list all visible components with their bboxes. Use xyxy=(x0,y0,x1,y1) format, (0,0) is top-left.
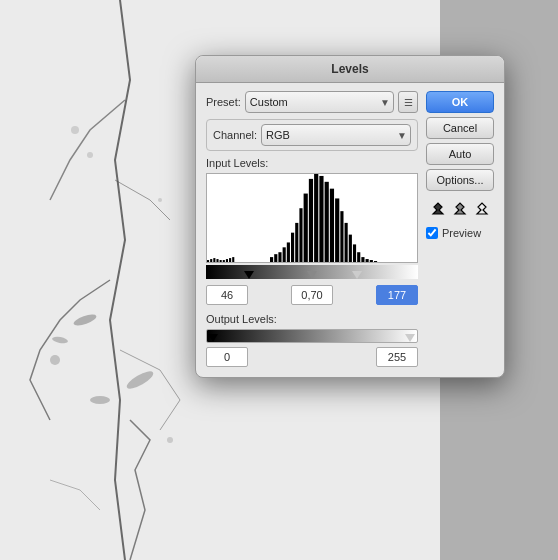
preset-select[interactable]: Custom xyxy=(245,91,394,113)
black-eyedropper-icon xyxy=(430,201,446,217)
svg-rect-43 xyxy=(370,260,373,262)
svg-point-6 xyxy=(71,126,79,134)
svg-point-7 xyxy=(87,152,93,158)
svg-rect-32 xyxy=(319,176,323,262)
input-gray-handle[interactable] xyxy=(307,271,317,279)
ok-button[interactable]: OK xyxy=(426,91,494,113)
svg-rect-29 xyxy=(304,194,308,262)
preview-label: Preview xyxy=(442,227,481,239)
input-black-value[interactable] xyxy=(206,285,248,305)
svg-rect-24 xyxy=(283,247,286,262)
histogram-container xyxy=(206,173,418,263)
white-eyedropper-icon xyxy=(474,201,490,217)
options-button[interactable]: Options... xyxy=(426,169,494,191)
svg-rect-17 xyxy=(223,260,225,262)
svg-point-8 xyxy=(158,198,162,202)
preset-options-button[interactable]: ☰ xyxy=(398,91,418,113)
svg-rect-31 xyxy=(314,174,318,262)
svg-rect-33 xyxy=(325,182,329,262)
input-levels-label: Input Levels: xyxy=(206,157,418,169)
channel-select[interactable]: RGB xyxy=(261,124,411,146)
histogram-svg xyxy=(207,174,417,262)
svg-rect-20 xyxy=(232,257,234,262)
svg-rect-37 xyxy=(345,223,348,262)
channel-select-wrapper: RGB ▼ xyxy=(261,124,411,146)
dialog-right-panel: OK Cancel Auto Options... xyxy=(426,91,494,367)
svg-rect-27 xyxy=(295,223,298,262)
preset-label: Preset: xyxy=(206,96,241,108)
channel-inner-row: Channel: RGB ▼ xyxy=(213,124,411,146)
dialog-title: Levels xyxy=(331,62,368,76)
levels-dialog: Levels Preset: Custom ▼ ☰ xyxy=(195,55,505,378)
input-mid-value[interactable] xyxy=(291,285,333,305)
dialog-titlebar: Levels xyxy=(196,56,504,83)
eyedroppers-group xyxy=(426,199,494,219)
svg-rect-19 xyxy=(229,258,231,262)
svg-rect-26 xyxy=(291,233,294,262)
dialog-body: Preset: Custom ▼ ☰ Channel: RGB xyxy=(196,83,504,377)
output-section: Output Levels: xyxy=(206,313,418,367)
svg-rect-13 xyxy=(210,259,212,262)
svg-rect-35 xyxy=(335,198,339,262)
output-values-row xyxy=(206,347,418,367)
svg-rect-25 xyxy=(287,242,290,262)
svg-rect-28 xyxy=(299,208,302,262)
channel-label: Channel: xyxy=(213,129,257,141)
svg-rect-34 xyxy=(330,189,334,262)
output-white-value[interactable] xyxy=(376,347,418,367)
output-black-handle[interactable] xyxy=(208,334,218,342)
svg-rect-39 xyxy=(353,244,356,262)
svg-rect-22 xyxy=(274,254,277,262)
preset-select-wrapper: Custom ▼ xyxy=(245,91,394,113)
white-eyedropper-button[interactable] xyxy=(472,199,492,219)
svg-rect-41 xyxy=(361,257,364,262)
preset-options-icon: ☰ xyxy=(404,97,413,108)
black-eyedropper-button[interactable] xyxy=(428,199,448,219)
svg-point-10 xyxy=(167,437,173,443)
svg-point-9 xyxy=(50,355,60,365)
preset-row: Preset: Custom ▼ ☰ xyxy=(206,91,418,113)
svg-rect-36 xyxy=(340,211,343,262)
preview-checkbox[interactable] xyxy=(426,227,438,239)
preview-row: Preview xyxy=(426,227,494,239)
input-slider-track xyxy=(206,265,418,279)
svg-rect-44 xyxy=(374,261,377,262)
svg-rect-18 xyxy=(226,259,228,262)
svg-rect-21 xyxy=(270,257,273,262)
svg-rect-38 xyxy=(349,235,352,262)
input-black-handle[interactable] xyxy=(244,271,254,279)
svg-rect-15 xyxy=(216,259,218,262)
svg-rect-14 xyxy=(213,258,215,262)
dialog-left-panel: Preset: Custom ▼ ☰ Channel: RGB xyxy=(206,91,418,367)
svg-rect-12 xyxy=(207,260,209,262)
svg-rect-16 xyxy=(220,260,222,262)
output-levels-label: Output Levels: xyxy=(206,313,418,325)
gray-eyedropper-button[interactable] xyxy=(450,199,470,219)
input-white-value[interactable] xyxy=(376,285,418,305)
svg-rect-30 xyxy=(309,179,313,262)
input-slider-area xyxy=(206,265,418,281)
svg-rect-40 xyxy=(357,252,360,262)
cancel-button[interactable]: Cancel xyxy=(426,117,494,139)
svg-rect-42 xyxy=(366,259,369,262)
svg-rect-23 xyxy=(278,252,281,262)
channel-row: Channel: RGB ▼ xyxy=(206,119,418,151)
input-white-handle[interactable] xyxy=(352,271,362,279)
output-white-handle[interactable] xyxy=(405,334,415,342)
output-gradient-bar xyxy=(206,329,418,343)
svg-point-5 xyxy=(90,396,110,404)
auto-button[interactable]: Auto xyxy=(426,143,494,165)
gray-eyedropper-icon xyxy=(452,201,468,217)
output-black-value[interactable] xyxy=(206,347,248,367)
input-values-row xyxy=(206,285,418,305)
